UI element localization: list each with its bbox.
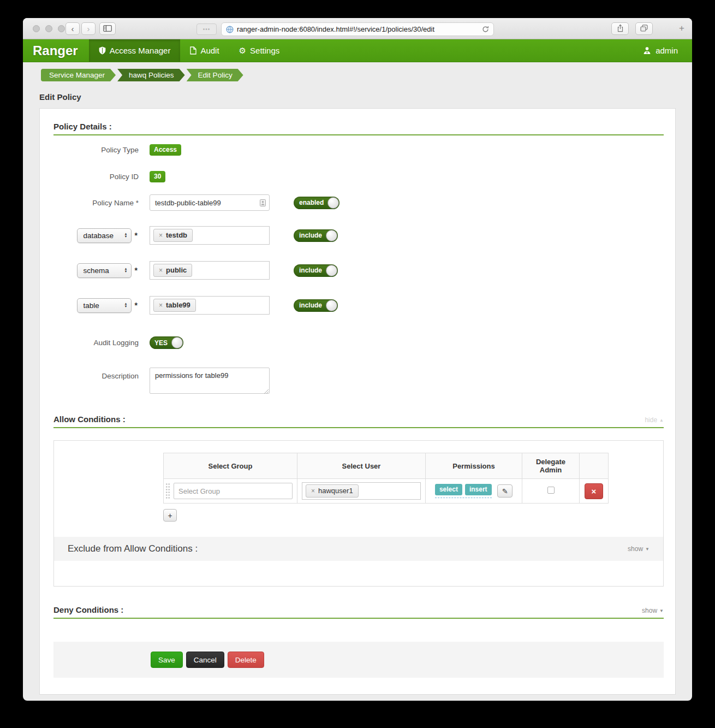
column-header-select-group: Select Group <box>164 453 297 479</box>
policy-name-input[interactable] <box>150 194 270 211</box>
select-group-input[interactable] <box>174 483 293 499</box>
exclude-allow-collapse[interactable]: show ▼ <box>628 545 650 553</box>
toggle-knob <box>327 197 339 209</box>
permissions-badges[interactable]: select insert <box>435 484 492 498</box>
column-header-select-user: Select User <box>297 453 426 479</box>
allow-conditions-collapse[interactable]: hide ▲ <box>645 416 664 424</box>
caret-up-icon: ▲ <box>659 418 664 423</box>
breadcrumb-service-manager[interactable]: Service Manager <box>41 69 116 81</box>
user-menu[interactable]: admin <box>643 39 692 62</box>
audit-logging-toggle[interactable]: YES <box>150 336 183 349</box>
delegate-admin-checkbox[interactable] <box>547 487 555 494</box>
toggle-knob <box>326 265 337 276</box>
page-content: Service Manager hawq Policies Edit Polic… <box>23 62 692 695</box>
autofill-contact-icon <box>260 199 266 209</box>
select-value: database <box>84 232 114 240</box>
page-title: Edit Policy <box>39 92 676 102</box>
select-user-input[interactable]: × hawquser1 <box>302 482 421 500</box>
delete-button[interactable]: Delete <box>228 652 264 668</box>
nav-audit[interactable]: Audit <box>180 39 229 62</box>
table-value-input[interactable]: × table99 <box>150 296 270 315</box>
description-row: Description permissions for table99 <box>53 368 664 396</box>
collapse-label: show <box>628 545 643 553</box>
share-button[interactable] <box>611 22 629 35</box>
globe-icon <box>226 26 234 33</box>
allow-conditions-panel: Select Group Select User Permissions Del… <box>53 440 664 587</box>
collapse-label: hide <box>645 416 657 424</box>
resource-type-select-table[interactable]: table ▲▼ <box>77 298 132 313</box>
back-button[interactable]: ‹ <box>65 22 80 35</box>
close-icon: × <box>592 487 597 496</box>
table-tag: × table99 <box>153 299 196 312</box>
forward-button[interactable]: › <box>81 22 96 35</box>
new-tab-button[interactable]: + <box>676 22 688 35</box>
select-arrows-icon: ▲▼ <box>124 233 128 238</box>
window-controls <box>33 25 65 32</box>
tag-label: public <box>166 266 187 274</box>
address-bar[interactable]: ranger-admin-node:6080/index.html#!/serv… <box>221 22 494 36</box>
resource-type-select-database[interactable]: database ▲▼ <box>77 228 132 243</box>
edit-permissions-button[interactable]: ✎ <box>497 484 513 498</box>
tabs-icon <box>640 24 648 33</box>
table-row: × hawquser1 select insert <box>164 479 609 504</box>
minimize-window-button[interactable] <box>45 25 52 32</box>
toggle-label: include <box>299 267 322 274</box>
nav-tab-label: Settings <box>250 46 279 55</box>
deny-conditions-title: Deny Conditions : <box>53 605 123 614</box>
tab-overview-button[interactable] <box>635 22 653 35</box>
reload-icon[interactable] <box>482 26 489 33</box>
database-include-toggle[interactable]: include <box>294 229 338 242</box>
breadcrumb-hawq-policies[interactable]: hawq Policies <box>117 69 185 81</box>
description-textarea[interactable]: permissions for table99 <box>150 368 270 394</box>
plus-icon: + <box>679 23 684 33</box>
add-condition-button[interactable]: + <box>163 509 177 522</box>
resource-table-row: table ▲▼ * × table99 include <box>53 296 664 315</box>
allow-conditions-table: Select Group Select User Permissions Del… <box>163 453 609 504</box>
policy-enabled-toggle[interactable]: enabled <box>294 197 339 209</box>
cancel-button[interactable]: Cancel <box>186 652 224 668</box>
nav-settings[interactable]: ⚙ Settings <box>229 39 290 62</box>
browser-titlebar: ‹ › ••• ranger-admin-node:6080/index.htm… <box>23 18 692 39</box>
collapse-label: show <box>642 607 657 614</box>
tag-label: table99 <box>166 301 190 309</box>
remove-tag-icon[interactable]: × <box>159 267 163 274</box>
nav-tab-label: Access Manager <box>110 46 171 55</box>
delete-row-button[interactable]: × <box>585 483 603 499</box>
policy-details-title: Policy Details : <box>53 122 112 131</box>
column-header-actions <box>580 453 609 479</box>
username-label: admin <box>656 46 678 55</box>
back-icon: ‹ <box>72 24 74 33</box>
drag-handle[interactable] <box>165 483 170 499</box>
schema-include-toggle[interactable]: include <box>294 264 338 277</box>
breadcrumb: Service Manager hawq Policies Edit Polic… <box>39 69 676 81</box>
forward-icon: › <box>87 24 90 33</box>
ranger-logo[interactable]: Ranger <box>23 39 89 62</box>
schema-value-input[interactable]: × public <box>150 261 270 280</box>
remove-tag-icon[interactable]: × <box>159 302 163 309</box>
toggle-label: enabled <box>299 199 324 206</box>
database-value-input[interactable]: × testdb <box>150 226 270 245</box>
caret-down-icon: ▼ <box>645 547 650 552</box>
select-value: schema <box>84 267 109 275</box>
reading-list-button[interactable]: ••• <box>196 23 217 35</box>
browser-window: ‹ › ••• ranger-admin-node:6080/index.htm… <box>23 18 692 701</box>
nav-tab-label: Audit <box>200 46 219 55</box>
table-include-toggle[interactable]: include <box>294 299 338 312</box>
close-window-button[interactable] <box>33 25 40 32</box>
deny-conditions-collapse[interactable]: show ▼ <box>642 607 664 614</box>
nav-access-manager[interactable]: Access Manager <box>89 39 181 62</box>
zoom-window-button[interactable] <box>58 25 65 32</box>
user-icon <box>643 46 651 55</box>
remove-tag-icon[interactable]: × <box>311 488 315 494</box>
save-button[interactable]: Save <box>151 652 183 668</box>
remove-tag-icon[interactable]: × <box>159 232 163 239</box>
tag-label: testdb <box>166 231 187 239</box>
policy-type-label: Policy Type <box>53 146 150 154</box>
breadcrumb-edit-policy[interactable]: Edit Policy <box>187 69 243 81</box>
edit-policy-form: Policy Details : Policy Type Access Poli… <box>39 108 676 695</box>
policy-name-row: Policy Name * enabled <box>53 194 664 211</box>
allow-conditions-title: Allow Conditions : <box>53 415 126 424</box>
sidebar-button[interactable] <box>99 22 116 35</box>
audit-logging-label: Audit Logging <box>53 339 150 347</box>
resource-type-select-schema[interactable]: schema ▲▼ <box>77 263 132 278</box>
